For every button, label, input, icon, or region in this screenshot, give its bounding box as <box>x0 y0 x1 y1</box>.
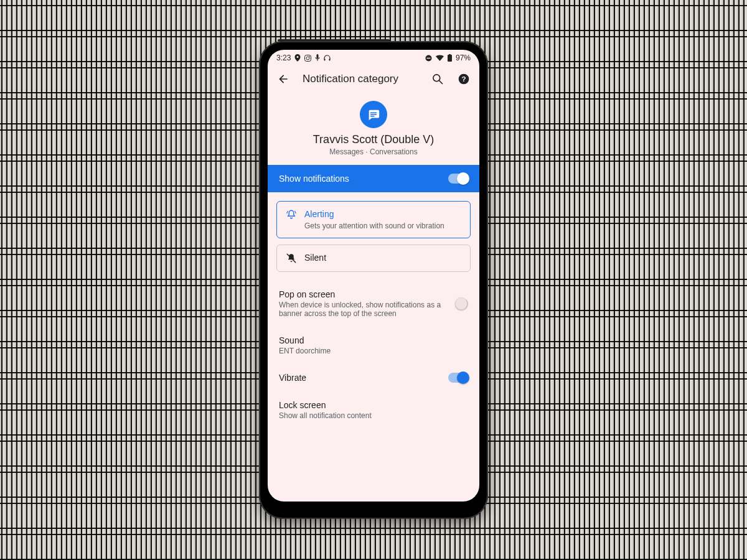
svg-rect-5 <box>324 58 326 60</box>
instagram-icon <box>304 55 311 62</box>
svg-point-2 <box>309 55 311 57</box>
svg-rect-3 <box>317 54 319 58</box>
battery-icon <box>448 54 452 62</box>
category-header: Travvis Scott (Double V) Messages · Conv… <box>268 90 479 165</box>
setting-pop-sub: When device is unlocked, show notificati… <box>279 301 449 318</box>
svg-point-1 <box>306 57 309 60</box>
svg-text:?: ? <box>461 75 466 83</box>
svg-line-12 <box>439 81 443 84</box>
dnd-icon <box>425 55 432 62</box>
setting-vibrate-title: Vibrate <box>279 373 306 383</box>
status-bar-left: 3:23 <box>276 54 331 62</box>
clock-text: 3:23 <box>276 54 291 62</box>
setting-lockscreen-title: Lock screen <box>279 400 372 410</box>
help-button[interactable]: ? <box>457 72 471 86</box>
show-notifications-switch[interactable] <box>448 174 468 184</box>
svg-rect-10 <box>449 54 451 55</box>
contact-name: Travvis Scott (Double V) <box>313 133 434 146</box>
mode-alerting-desc: Gets your attention with sound or vibrat… <box>304 222 461 230</box>
mode-alerting-label: Alerting <box>304 209 461 219</box>
notification-mode-group: Alerting Gets your attention with sound … <box>268 192 479 277</box>
svg-rect-6 <box>329 58 331 60</box>
svg-rect-8 <box>426 57 430 58</box>
svg-rect-0 <box>305 55 311 61</box>
contact-subtitle: Messages · Conversations <box>329 147 417 156</box>
setting-sound-sub: ENT doorchime <box>279 347 331 355</box>
pop-on-screen-switch[interactable] <box>456 299 468 309</box>
setting-sound[interactable]: Sound ENT doorchime <box>268 327 479 364</box>
setting-lockscreen-sub: Show all notification content <box>279 411 372 420</box>
phone-frame: 3:23 <box>259 41 488 519</box>
status-bar-right: 97% <box>425 54 471 62</box>
messages-app-icon <box>360 101 387 128</box>
setting-lock-screen[interactable]: Lock screen Show all notification conten… <box>268 391 479 422</box>
back-button[interactable] <box>276 72 290 86</box>
app-bar: Notification category ? <box>268 66 479 90</box>
screen: 3:23 <box>268 50 479 502</box>
vibrate-switch[interactable] <box>448 373 468 383</box>
setting-sound-title: Sound <box>279 335 331 345</box>
setting-pop-title: Pop on screen <box>279 289 449 299</box>
svg-rect-9 <box>448 55 452 62</box>
setting-vibrate[interactable]: Vibrate <box>268 364 479 391</box>
bell-off-icon <box>286 253 297 264</box>
settings-list: Pop on screen When device is unlocked, s… <box>268 277 479 422</box>
battery-text: 97% <box>456 54 471 62</box>
headset-icon <box>324 55 331 62</box>
status-bar: 3:23 <box>268 50 479 66</box>
mode-alerting[interactable]: Alerting Gets your attention with sound … <box>276 201 471 238</box>
wifi-icon <box>436 55 444 61</box>
search-button[interactable] <box>431 72 444 86</box>
mic-icon <box>315 54 320 62</box>
page-title: Notification category <box>303 73 418 85</box>
mode-silent-label: Silent <box>304 253 461 263</box>
mode-silent[interactable]: Silent <box>276 245 471 272</box>
show-notifications-row[interactable]: Show notifications <box>268 165 479 192</box>
bell-ring-icon <box>286 209 297 220</box>
show-notifications-label: Show notifications <box>279 174 349 184</box>
location-pin-icon <box>294 54 301 62</box>
setting-pop-on-screen[interactable]: Pop on screen When device is unlocked, s… <box>268 281 479 327</box>
